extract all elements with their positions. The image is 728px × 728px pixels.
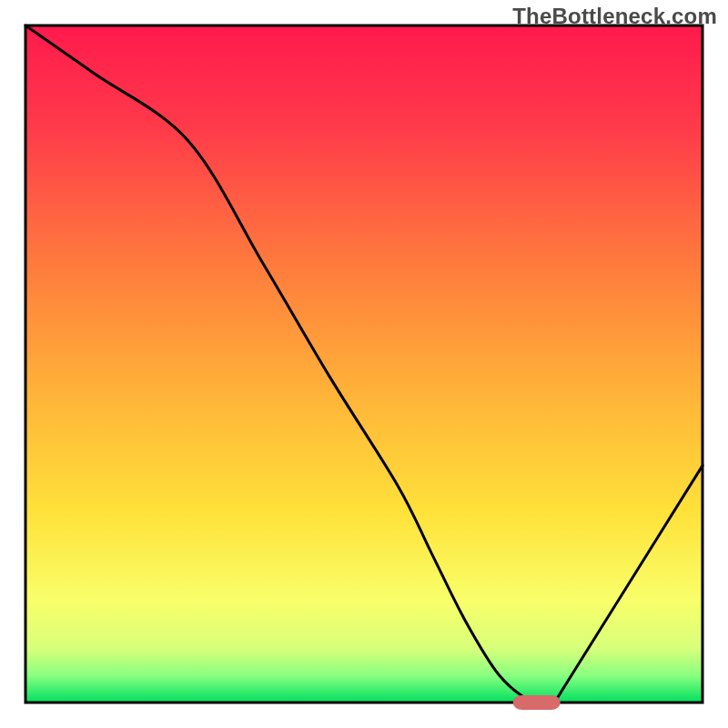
chart-container: TheBottleneck.com: [0, 0, 728, 728]
plot-background: [25, 25, 703, 703]
watermark-label: TheBottleneck.com: [512, 4, 717, 29]
highlight-marker: [513, 695, 561, 710]
bottleneck-chart: [0, 0, 728, 728]
